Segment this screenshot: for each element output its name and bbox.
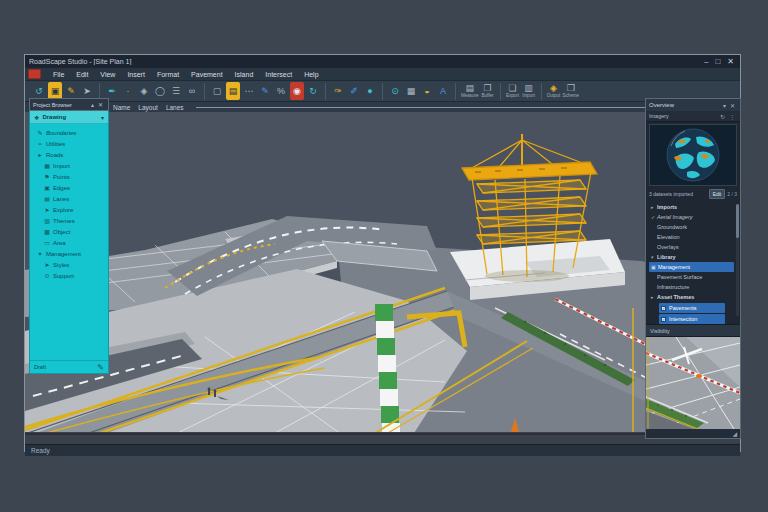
- buffer-icon[interactable]: ❐Buffer: [481, 82, 495, 100]
- output-icon[interactable]: ◈Output: [547, 82, 561, 100]
- layer-groundwork[interactable]: Groundwork: [649, 222, 734, 232]
- bucket-icon[interactable]: ◒: [420, 82, 434, 100]
- layer-intersection[interactable]: ✓Intersection: [659, 314, 725, 324]
- draw-line-icon[interactable]: ✎: [258, 82, 272, 100]
- tree-root-row[interactable]: ❖ Drawing ▾: [30, 111, 108, 124]
- crumb-name[interactable]: Name: [113, 104, 130, 111]
- tree-item-boundaries[interactable]: ✎Boundaries: [32, 127, 106, 138]
- cursor-icon[interactable]: ➤: [80, 82, 94, 100]
- image-icon[interactable]: ▦: [404, 82, 418, 100]
- resize-corner-icon[interactable]: ◢: [732, 430, 737, 437]
- more-icon[interactable]: ⋮: [727, 113, 737, 120]
- menu-insert[interactable]: Insert: [121, 70, 151, 79]
- circle-tool-icon[interactable]: ◯: [153, 82, 167, 100]
- menu-file[interactable]: File: [47, 70, 70, 79]
- layer-pavement-surface[interactable]: Pavement Surface: [649, 272, 734, 282]
- close-panel-icon[interactable]: ✕: [96, 101, 105, 108]
- layer-elevation[interactable]: Elevation: [649, 232, 734, 242]
- tree-item-import[interactable]: ▦Import: [32, 160, 106, 171]
- pin-icon[interactable]: ▴: [89, 101, 96, 108]
- link-icon[interactable]: ∞: [185, 82, 199, 100]
- status-text: Ready: [31, 447, 50, 454]
- crumb-layout[interactable]: Layout: [138, 104, 158, 111]
- menu-help[interactable]: Help: [298, 70, 324, 79]
- maximize-button[interactable]: □: [715, 57, 720, 66]
- checkbox-icon[interactable]: ✓: [661, 306, 666, 311]
- chevron-down-icon[interactable]: ▾: [101, 114, 104, 121]
- crumb-lanes[interactable]: Lanes: [166, 104, 184, 111]
- tree-item-management[interactable]: ✦Management: [32, 248, 106, 259]
- scrollbar[interactable]: [736, 204, 739, 316]
- themes-icon: ▥: [43, 217, 51, 224]
- note-icon[interactable]: ▣: [48, 82, 62, 100]
- measure-icon[interactable]: ▤Measure: [461, 82, 479, 100]
- scheme-icon[interactable]: ❒Scheme: [563, 82, 580, 100]
- layer-infrastructure[interactable]: Infrastructure: [649, 282, 734, 292]
- layer-aerial-imagery[interactable]: ✓Aerial Imagery: [649, 212, 734, 222]
- minimap[interactable]: [646, 336, 740, 428]
- close-panel-icon[interactable]: ✕: [728, 102, 737, 109]
- layer-management[interactable]: ▣Management: [649, 262, 734, 272]
- snap-icon[interactable]: ·: [121, 82, 135, 100]
- toolbar-separator: [500, 83, 501, 100]
- tree-item-utilities[interactable]: ≈Utilities: [32, 138, 106, 149]
- layer-pavements[interactable]: ✓Pavements: [659, 303, 725, 313]
- left-panel-header[interactable]: Project Browser ▴ ✕: [29, 98, 109, 111]
- tree-item-styles[interactable]: ➤Styles: [32, 259, 106, 270]
- layer-imports[interactable]: ▸Imports: [649, 202, 734, 212]
- tree-item-roads[interactable]: ▸Roads: [32, 149, 106, 160]
- dashes-icon[interactable]: ⋯: [242, 82, 256, 100]
- edit-pencil-icon[interactable]: ✎: [97, 363, 104, 372]
- tree-item-themes[interactable]: ▥Themes: [32, 215, 106, 226]
- tree-item-object[interactable]: ▩Object: [32, 226, 106, 237]
- visibility-bar[interactable]: Visibility: [646, 324, 740, 336]
- tree-item-label: Lanes: [53, 196, 69, 202]
- refresh-view-icon[interactable]: ↻: [306, 82, 320, 100]
- box-select-icon[interactable]: ▢: [210, 82, 224, 100]
- app-logo-icon[interactable]: [28, 69, 41, 79]
- walkthrough-icon[interactable]: ☰: [169, 82, 183, 100]
- menu-view[interactable]: View: [94, 70, 121, 79]
- viewport-3d[interactable]: [25, 112, 740, 444]
- menu-format[interactable]: Format: [151, 70, 185, 79]
- import-icon[interactable]: ▥Import: [522, 82, 536, 100]
- tree-item-lanes[interactable]: ▤Lanes: [32, 193, 106, 204]
- status-bar: Ready: [25, 444, 740, 456]
- annotate-icon[interactable]: A: [436, 82, 450, 100]
- close-button[interactable]: ✕: [727, 57, 734, 66]
- pencil-icon[interactable]: ✎: [64, 82, 78, 100]
- record-icon[interactable]: ◉: [290, 82, 304, 100]
- layer-icon: ▣: [651, 264, 658, 270]
- layer-overlays[interactable]: Overlays: [649, 242, 734, 252]
- menu-island[interactable]: Island: [229, 70, 260, 79]
- orbit-icon[interactable]: ↺: [32, 82, 46, 100]
- menu-pavement[interactable]: Pavement: [185, 70, 229, 79]
- minimize-button[interactable]: –: [704, 57, 708, 66]
- search-icon[interactable]: ⊙: [388, 82, 402, 100]
- globe-preview[interactable]: [649, 124, 737, 186]
- tree-item-edges[interactable]: ▣Edges: [32, 182, 106, 193]
- sphere-icon[interactable]: ●: [363, 82, 377, 100]
- export-icon[interactable]: ❏Export: [506, 82, 520, 100]
- split-icon[interactable]: %: [274, 82, 288, 100]
- edit-button[interactable]: Edit: [709, 189, 726, 199]
- brush-icon[interactable]: ✑: [331, 82, 345, 100]
- folder-icon[interactable]: ▤: [226, 82, 240, 100]
- tree-item-support[interactable]: ⊙Support: [32, 270, 106, 281]
- title-bar[interactable]: RoadScape Studio - [Site Plan 1] – □ ✕: [25, 55, 740, 68]
- lock-icon[interactable]: ◈: [137, 82, 151, 100]
- checkbox-icon[interactable]: ✓: [661, 317, 666, 322]
- layer-library[interactable]: ▾Library: [649, 252, 734, 262]
- marker-icon[interactable]: ✐: [347, 82, 361, 100]
- tree-item-label: Management: [46, 251, 81, 257]
- pen-tool-icon[interactable]: ✒: [105, 82, 119, 100]
- menu-edit[interactable]: Edit: [70, 70, 94, 79]
- menu-intersect[interactable]: Intersect: [259, 70, 298, 79]
- tree-item-explore[interactable]: ➤Explore: [32, 204, 106, 215]
- layer-asset-themes[interactable]: ▸Asset Themes: [649, 292, 734, 302]
- dock-icon[interactable]: ▾: [721, 102, 728, 109]
- tree-item-points[interactable]: ⚑Points: [32, 171, 106, 182]
- tree-item-area[interactable]: ▭Area: [32, 237, 106, 248]
- refresh-icon[interactable]: ↻: [718, 113, 727, 120]
- right-panel-header[interactable]: Overview ▾ ✕: [646, 99, 740, 111]
